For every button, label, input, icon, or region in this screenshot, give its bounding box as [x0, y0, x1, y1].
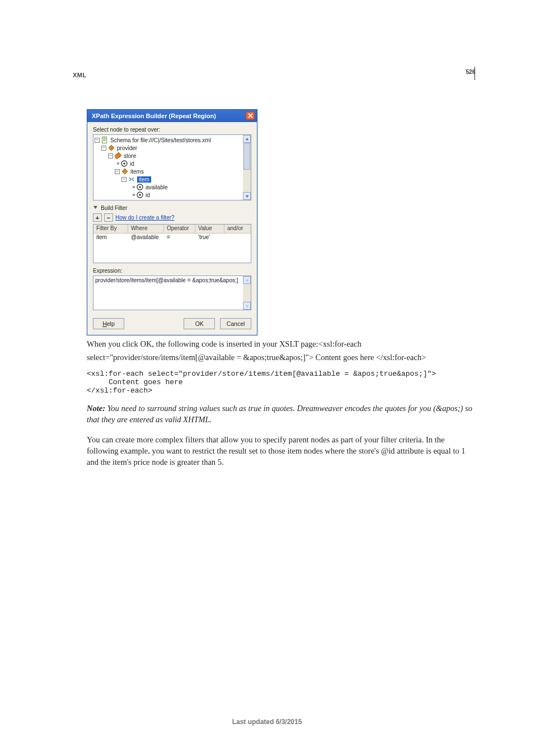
tag-icon — [128, 176, 135, 183]
close-icon — [248, 113, 253, 118]
cell-where: @available — [128, 234, 164, 242]
filter-table-header: Filter By Where Operator Value and/or — [93, 225, 251, 234]
svg-rect-2 — [103, 139, 106, 139]
remove-filter-button[interactable]: − — [104, 213, 113, 222]
svg-point-13 — [139, 194, 140, 195]
tree-item-id: id — [146, 192, 150, 198]
svg-marker-9 — [122, 169, 128, 174]
svg-marker-16 — [245, 195, 248, 197]
tree-store-id: id — [130, 161, 134, 167]
page-number: 526 — [461, 69, 475, 75]
body-p1a: When you click OK, the following code is… — [87, 339, 473, 350]
build-filter-label: Build Filter — [101, 205, 127, 211]
body-p2: You can create more complex filters that… — [87, 434, 473, 468]
col-andor: and/or — [224, 225, 251, 233]
tree-items: items — [130, 169, 144, 175]
expression-label: Expression: — [93, 268, 251, 274]
dialog-title: XPath Expression Builder (Repeat Region) — [92, 113, 216, 119]
expression-value: provider/store/items/item[@available = &… — [95, 277, 238, 283]
svg-marker-17 — [93, 206, 97, 209]
diamond-multi-icon — [115, 152, 121, 159]
ok-button[interactable]: OK — [184, 318, 215, 329]
svg-marker-15 — [245, 137, 248, 139]
svg-marker-4 — [109, 145, 114, 151]
attribute-icon — [121, 160, 128, 167]
help-button[interactable]: Help — [93, 318, 124, 329]
tree-provider: provider — [117, 145, 137, 151]
page-icon — [101, 137, 108, 143]
note-paragraph: Note: You need to surround string values… — [87, 403, 473, 425]
svg-rect-1 — [103, 138, 106, 138]
section-header: XML — [73, 72, 87, 78]
cell-value: 'true' — [195, 234, 224, 242]
scroll-up-button[interactable] — [243, 135, 251, 143]
page-footer: Last updated 6/3/2015 — [0, 718, 534, 726]
scroll-up-button[interactable] — [243, 276, 251, 284]
cell-filter-by: item — [93, 234, 128, 242]
col-value: Value — [195, 225, 224, 233]
svg-marker-18 — [245, 278, 248, 281]
dialog-titlebar: XPath Expression Builder (Repeat Region) — [87, 110, 257, 122]
tree-available: available — [146, 184, 167, 190]
scroll-down-button[interactable] — [243, 192, 251, 200]
cancel-button[interactable]: Cancel — [220, 318, 251, 329]
cell-andor — [224, 234, 251, 242]
diamond-icon — [137, 199, 143, 200]
body-p1b: select="provider/store/items/item[@avail… — [87, 352, 473, 363]
expression-textbox[interactable]: provider/store/items/item[@available = &… — [93, 276, 251, 310]
add-filter-button[interactable]: + — [93, 213, 102, 222]
tree-item-selected[interactable]: item — [137, 176, 151, 183]
code-block: <xsl:for-each select="provider/store/ite… — [87, 370, 473, 395]
col-operator: Operator — [164, 225, 195, 233]
svg-point-11 — [139, 186, 140, 188]
svg-point-8 — [123, 162, 125, 164]
how-create-filter-link[interactable]: How do I create a filter? — [115, 214, 175, 221]
svg-rect-3 — [103, 140, 106, 141]
filter-table[interactable]: Filter By Where Operator Value and/or it… — [93, 224, 251, 263]
chevron-down-icon — [93, 205, 98, 211]
schema-tree[interactable]: −Schema for file:///C|/Sites/test/stores… — [93, 134, 251, 200]
diamond-icon — [121, 168, 128, 175]
col-filter-by: Filter By — [93, 225, 128, 233]
xpath-dialog: XPath Expression Builder (Repeat Region)… — [87, 109, 257, 335]
tree-store: store — [124, 153, 136, 159]
close-button[interactable] — [246, 111, 255, 120]
diamond-icon — [108, 144, 115, 151]
attribute-icon — [137, 184, 143, 190]
col-where: Where — [128, 225, 164, 233]
svg-marker-19 — [245, 305, 248, 307]
cell-operator: = — [164, 234, 195, 242]
select-node-label: Select node to repeat over: — [93, 127, 251, 133]
tree-root: Schema for file:///C|/Sites/test/stores.… — [110, 137, 211, 143]
tree-scrollbar[interactable] — [243, 135, 251, 200]
scroll-down-button[interactable] — [243, 302, 251, 310]
tree-name: name — [146, 200, 160, 200]
attribute-icon — [137, 192, 143, 198]
build-filter-header[interactable]: Build Filter — [93, 205, 251, 211]
filter-row[interactable]: item @available = 'true' — [93, 234, 251, 242]
